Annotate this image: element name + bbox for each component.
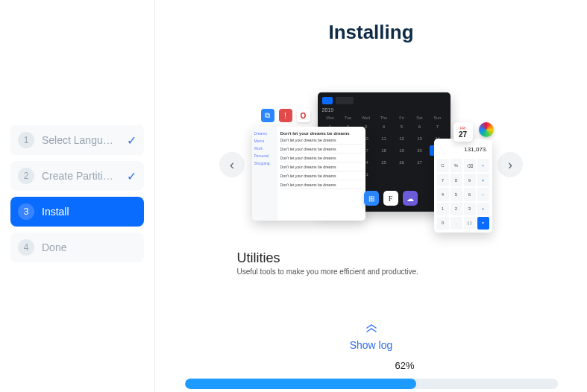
step-label: Done bbox=[42, 241, 136, 253]
calc-key: 2 bbox=[451, 203, 462, 215]
calc-key: × bbox=[477, 174, 489, 186]
step-label: Create Partiti… bbox=[42, 170, 124, 182]
page-title: Installing bbox=[328, 21, 413, 44]
calc-key: 4 bbox=[437, 188, 449, 200]
check-icon: ✓ bbox=[127, 169, 136, 183]
step-select-language: 1 Select Langu… ✓ bbox=[10, 125, 144, 155]
calc-key: 6 bbox=[464, 188, 476, 200]
calendar-cell: 19 bbox=[394, 145, 410, 156]
calculator-display: 131,073. bbox=[437, 142, 489, 159]
calc-key: 1 bbox=[437, 203, 449, 215]
color-ring-icon bbox=[479, 122, 494, 137]
note-line: Don't let your dreams be dreams bbox=[280, 165, 362, 171]
chevron-up-icon bbox=[366, 324, 377, 333]
show-log-label: Show log bbox=[350, 339, 393, 351]
note-line: Don't let your dreams be dreams bbox=[280, 138, 362, 145]
carousel-next-button[interactable]: › bbox=[497, 152, 523, 177]
date-badge-num: 27 bbox=[459, 130, 467, 139]
slide-title: Utilities bbox=[237, 250, 280, 266]
calc-key: 9 bbox=[464, 174, 476, 186]
cloud-icon: ☁ bbox=[403, 191, 418, 206]
notes-folder: Memo bbox=[254, 139, 275, 143]
calc-key: % bbox=[451, 159, 462, 172]
calc-key: C bbox=[437, 159, 449, 172]
check-icon: ✓ bbox=[127, 133, 136, 148]
calendar-tab-icon bbox=[322, 97, 333, 104]
progress-percent: 62% bbox=[327, 360, 414, 371]
calendar-cell: 5 bbox=[394, 121, 410, 132]
calendar-day-header: Sat bbox=[412, 116, 428, 120]
wizard-sidebar: 1 Select Langu… ✓ 2 Create Partiti… ✓ 3 … bbox=[0, 0, 155, 392]
step-create-partition: 2 Create Partiti… ✓ bbox=[10, 161, 144, 191]
step-label: Select Langu… bbox=[42, 134, 124, 146]
calendar-cell: 20 bbox=[412, 145, 428, 156]
step-number: 2 bbox=[18, 168, 34, 184]
step-install: 3 Install bbox=[10, 197, 144, 227]
font-icon: F bbox=[383, 191, 398, 206]
calendar-cell: 6 bbox=[412, 121, 428, 132]
step-number: 3 bbox=[18, 203, 34, 220]
calc-key: + bbox=[477, 203, 489, 215]
app-icon: ⧉ bbox=[261, 109, 274, 122]
calendar-day-header: Thu bbox=[376, 116, 392, 120]
chevron-right-icon: › bbox=[508, 157, 512, 173]
calendar-tab-icon bbox=[336, 97, 354, 104]
app-icon: ⊞ bbox=[364, 191, 379, 206]
calendar-year: 2019 bbox=[322, 107, 446, 113]
calc-key: . bbox=[451, 217, 462, 230]
progress-bar-track bbox=[185, 379, 558, 389]
main-panel: Installing ‹ › 2019 Mon Tue Wed bbox=[155, 0, 587, 392]
slide-subtitle: Useful tools to make you more efficient … bbox=[237, 268, 418, 276]
show-log-toggle[interactable]: Show log bbox=[350, 324, 393, 351]
calendar-cell bbox=[412, 169, 428, 180]
calendar-cell: 18 bbox=[376, 145, 392, 156]
step-number: 1 bbox=[18, 132, 34, 148]
calc-key: ( ) bbox=[464, 217, 476, 230]
opera-icon: O bbox=[297, 109, 310, 122]
calendar-cell: 25 bbox=[376, 157, 392, 168]
carousel-prev-button[interactable]: ‹ bbox=[219, 152, 245, 177]
calc-key: 8 bbox=[451, 174, 462, 186]
calendar-day-header: Tue bbox=[340, 116, 357, 120]
notes-folder: Shopping bbox=[254, 161, 275, 165]
calendar-cell: 7 bbox=[430, 121, 446, 132]
step-done: 4 Done bbox=[10, 233, 144, 262]
calendar-cell: 4 bbox=[376, 121, 392, 132]
calc-key: ÷ bbox=[477, 159, 489, 172]
calc-key: 0 bbox=[437, 217, 449, 230]
calendar-cell bbox=[376, 169, 392, 180]
calendar-cell: 12 bbox=[394, 133, 410, 144]
calc-key: ⌫ bbox=[464, 159, 476, 172]
note-line: Don't let your dreams be dreams bbox=[280, 183, 362, 189]
calendar-cell: 26 bbox=[394, 157, 410, 168]
calendar-cell: 27 bbox=[412, 157, 428, 168]
calendar-day-header: Wed bbox=[358, 116, 374, 120]
calendar-cell: 13 bbox=[412, 133, 428, 144]
progress-bar-fill bbox=[185, 379, 416, 389]
notes-folder: Dreams bbox=[254, 131, 275, 136]
note-line: Don't let your dreams be dreams bbox=[280, 174, 362, 180]
calc-key: − bbox=[477, 188, 489, 200]
step-number: 4 bbox=[18, 239, 34, 256]
calc-key: 7 bbox=[437, 174, 449, 186]
calendar-date-icon: FRI 27 bbox=[453, 122, 473, 142]
notes-folder: Personal bbox=[254, 154, 275, 158]
calc-key: 3 bbox=[464, 203, 476, 215]
calendar-day-header: Fri bbox=[394, 116, 410, 120]
carousel-slide: 2019 Mon Tue Wed Thu Fri Sat Sun 1234567… bbox=[237, 92, 506, 276]
notes-preview: Dreams Memo Work Personal Shopping Don't… bbox=[252, 127, 365, 221]
calculator-preview: 131,073. C%⌫÷ 789× 456− 123+ 0.( )= bbox=[434, 139, 492, 233]
note-title: Don't let your dreams be dreams bbox=[280, 131, 362, 136]
notes-folder: Work bbox=[254, 146, 275, 151]
note-line: Don't let your dreams be dreams bbox=[280, 156, 362, 162]
app-icon: ! bbox=[279, 109, 292, 122]
chevron-left-icon: ‹ bbox=[230, 157, 234, 173]
calendar-day-header: Mon bbox=[322, 116, 339, 120]
calendar-cell: 11 bbox=[376, 133, 392, 144]
app-collage: 2019 Mon Tue Wed Thu Fri Sat Sun 1234567… bbox=[245, 92, 498, 241]
calendar-cell bbox=[394, 169, 410, 180]
step-label: Install bbox=[42, 206, 136, 218]
feature-carousel: ‹ › 2019 Mon Tue Wed Thu Fr bbox=[155, 44, 587, 324]
calc-key: 5 bbox=[451, 188, 462, 200]
calendar-day-header: Sun bbox=[430, 116, 446, 120]
